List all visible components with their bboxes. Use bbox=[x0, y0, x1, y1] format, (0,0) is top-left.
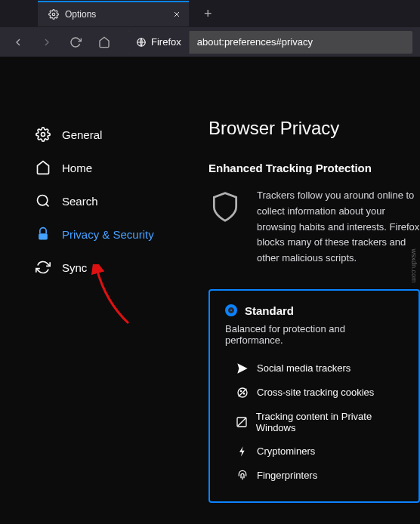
list-item: Fingerprinters bbox=[236, 464, 403, 488]
url-identity: Firefox bbox=[128, 31, 190, 54]
cookie-icon bbox=[236, 387, 249, 399]
new-tab-button[interactable]: + bbox=[198, 4, 218, 23]
sidebar-item-sync[interactable]: Sync bbox=[30, 251, 181, 284]
etp-intro: Trackers follow you around online to col… bbox=[208, 188, 420, 267]
forward-button[interactable] bbox=[36, 32, 57, 53]
url-text: about:preferences#privacy bbox=[190, 36, 320, 48]
list-item: Social media trackers bbox=[236, 356, 403, 381]
main-panel: Browser Privacy Enhanced Tracking Protec… bbox=[181, 118, 420, 524]
tab-strip: Options + bbox=[0, 0, 420, 27]
page-title: Browser Privacy bbox=[208, 118, 420, 139]
sidebar-item-label: General bbox=[62, 128, 102, 141]
sidebar-item-search[interactable]: Search bbox=[30, 184, 181, 217]
firefox-icon bbox=[136, 37, 147, 48]
sidebar-item-label: Sync bbox=[62, 261, 87, 274]
home-button[interactable] bbox=[94, 32, 115, 53]
shield-icon bbox=[208, 188, 242, 267]
reload-button[interactable] bbox=[65, 32, 86, 53]
svg-point-10 bbox=[243, 393, 244, 394]
attribution: wsxdn.com bbox=[410, 248, 418, 282]
tracking-content-icon bbox=[236, 416, 249, 428]
nav-bar: Firefox about:preferences#privacy bbox=[0, 27, 420, 57]
sidebar-item-label: Search bbox=[62, 195, 98, 208]
sync-icon bbox=[35, 260, 51, 275]
home-icon bbox=[35, 160, 51, 175]
categories-sidebar: General Home Search Privacy & Security S… bbox=[0, 118, 181, 524]
etp-description: Trackers follow you around online to col… bbox=[257, 188, 420, 267]
social-icon bbox=[236, 362, 249, 375]
list-item: Cross-site tracking cookies bbox=[236, 381, 403, 405]
sidebar-item-general[interactable]: General bbox=[30, 118, 181, 151]
svg-line-6 bbox=[46, 204, 49, 207]
url-identity-label: Firefox bbox=[151, 36, 181, 48]
sidebar-item-label: Home bbox=[62, 162, 92, 174]
standard-title: Standard bbox=[245, 304, 294, 317]
tracker-list: Social media trackers Cross-site trackin… bbox=[225, 356, 403, 488]
svg-line-11 bbox=[239, 389, 247, 397]
url-bar[interactable]: Firefox about:preferences#privacy bbox=[128, 31, 412, 54]
svg-point-9 bbox=[240, 390, 241, 391]
back-button[interactable] bbox=[8, 32, 29, 53]
sidebar-item-home[interactable]: Home bbox=[30, 151, 181, 184]
lock-icon bbox=[35, 227, 51, 242]
svg-point-5 bbox=[38, 196, 48, 205]
radio-standard[interactable] bbox=[225, 304, 237, 316]
options-page: General Home Search Privacy & Security S… bbox=[0, 57, 420, 524]
cryptominer-icon bbox=[236, 445, 249, 458]
etp-standard-box[interactable]: Standard Balanced for protection and per… bbox=[208, 289, 420, 503]
svg-rect-7 bbox=[39, 233, 48, 239]
tab-options[interactable]: Options bbox=[38, 1, 189, 26]
fingerprint-icon bbox=[236, 470, 249, 482]
gear-icon bbox=[35, 127, 51, 142]
search-icon bbox=[35, 193, 51, 208]
section-title: Enhanced Tracking Protection bbox=[208, 162, 420, 174]
svg-line-13 bbox=[238, 418, 246, 427]
standard-header: Standard bbox=[225, 304, 403, 317]
sidebar-item-privacy[interactable]: Privacy & Security bbox=[30, 217, 181, 251]
gear-icon bbox=[48, 9, 59, 20]
sidebar-item-label: Privacy & Security bbox=[62, 228, 154, 241]
list-item: Tracking content in Private Windows bbox=[236, 405, 403, 439]
svg-point-0 bbox=[52, 13, 55, 16]
list-item: Cryptominers bbox=[236, 439, 403, 464]
close-icon[interactable] bbox=[172, 10, 181, 19]
standard-caption: Balanced for protection and performance. bbox=[225, 323, 403, 346]
svg-point-4 bbox=[42, 133, 45, 137]
tab-title: Options bbox=[65, 9, 96, 20]
